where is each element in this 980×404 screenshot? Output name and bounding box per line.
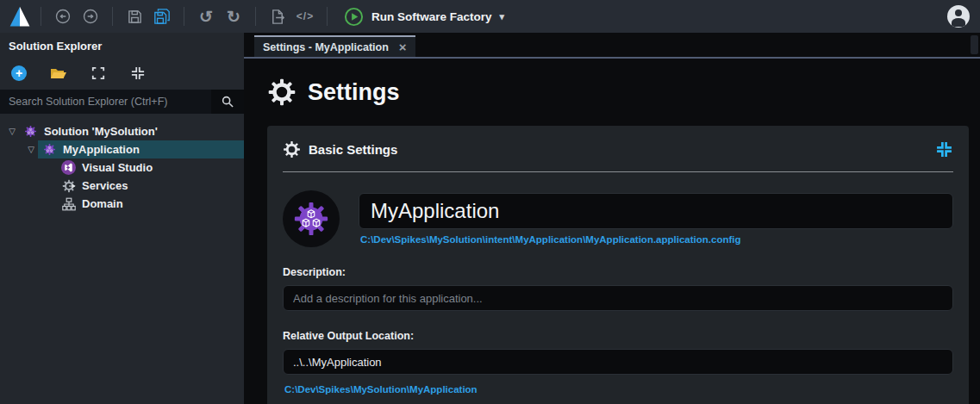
save-icon bbox=[127, 9, 143, 25]
tree-item-label: Visual Studio bbox=[82, 161, 153, 174]
top-toolbar: ↺ ↻ </> Run Software Factory ▾ bbox=[0, 0, 980, 33]
output-location-input[interactable] bbox=[283, 349, 953, 375]
tree-expander-icon[interactable]: ▽ bbox=[24, 145, 38, 154]
export-button[interactable] bbox=[264, 3, 291, 29]
collapse-all-button[interactable] bbox=[129, 65, 147, 82]
visual-studio-icon bbox=[61, 160, 76, 175]
expand-all-button[interactable] bbox=[90, 65, 107, 82]
description-label: Description: bbox=[283, 266, 953, 278]
description-input[interactable] bbox=[283, 285, 953, 311]
domain-hierarchy-icon bbox=[61, 196, 76, 211]
intent-architect-logo-icon bbox=[7, 3, 33, 29]
settings-gear-icon bbox=[267, 78, 296, 107]
toolbar-separator bbox=[327, 7, 328, 26]
tree-item-label: Domain bbox=[82, 197, 123, 210]
toolbar-separator bbox=[184, 7, 184, 26]
add-button[interactable]: + bbox=[10, 65, 28, 82]
expand-icon bbox=[91, 66, 105, 80]
close-icon[interactable]: × bbox=[399, 40, 407, 53]
save-all-button[interactable] bbox=[148, 3, 176, 29]
back-arrow-icon bbox=[54, 7, 72, 26]
tab-label: Settings - MyApplication bbox=[263, 41, 389, 53]
collapse-section-button[interactable] bbox=[934, 140, 953, 158]
vertical-scrollbar[interactable] bbox=[969, 33, 980, 404]
search-button[interactable] bbox=[211, 90, 244, 114]
run-software-factory-button[interactable]: Run Software Factory ▾ bbox=[339, 6, 509, 28]
chevron-down-icon: ▾ bbox=[500, 11, 505, 22]
toolbar-separator bbox=[112, 7, 113, 26]
search-icon bbox=[221, 95, 234, 109]
scrollbar-thumb[interactable] bbox=[971, 35, 978, 54]
redo-button[interactable]: ↻ bbox=[220, 3, 247, 29]
solution-icon bbox=[23, 124, 38, 139]
tree-item-label: Solution 'MySolution' bbox=[44, 125, 158, 138]
tree-item-services[interactable]: Services bbox=[0, 177, 244, 195]
save-button[interactable] bbox=[121, 3, 148, 29]
back-button[interactable] bbox=[49, 3, 77, 29]
main-panel: Settings - MyApplication × Settings Basi… bbox=[244, 33, 980, 404]
basic-settings-gear-icon bbox=[283, 140, 301, 158]
forward-button[interactable] bbox=[77, 3, 104, 29]
collapse-section-icon bbox=[936, 141, 952, 158]
tree-item-domain[interactable]: Domain bbox=[0, 195, 244, 213]
code-view-button[interactable]: </> bbox=[291, 3, 319, 29]
services-gear-icon bbox=[61, 178, 76, 193]
section-divider bbox=[283, 171, 953, 172]
user-icon bbox=[955, 9, 962, 16]
search-bar bbox=[0, 90, 244, 114]
config-path-link[interactable]: C:\Dev\Spikes\MySolution\intent\MyApplic… bbox=[360, 234, 741, 245]
solution-tree: ▽ Solution 'MySolution' ▽ MyApplication bbox=[0, 114, 244, 213]
tree-item-label: Services bbox=[82, 179, 128, 192]
tree-expander-icon[interactable]: ▽ bbox=[5, 127, 19, 136]
toolbar-separator bbox=[255, 7, 256, 26]
folder-open-icon bbox=[50, 66, 67, 80]
play-icon bbox=[344, 7, 364, 27]
tab-settings-myapplication[interactable]: Settings - MyApplication × bbox=[254, 35, 415, 57]
page-title: Settings bbox=[308, 79, 400, 106]
plus-icon: + bbox=[11, 65, 27, 81]
search-input[interactable] bbox=[0, 90, 211, 114]
basic-settings-card: Basic Settings C:\Dev\Spikes\MySolution\… bbox=[267, 126, 969, 404]
undo-icon: ↺ bbox=[199, 9, 213, 25]
open-folder-button[interactable] bbox=[50, 65, 67, 82]
toolbar-separator bbox=[41, 7, 41, 26]
solution-explorer-panel: Solution Explorer + ▽ bbox=[0, 33, 244, 404]
application-name-input[interactable] bbox=[359, 193, 953, 229]
run-button-label: Run Software Factory bbox=[371, 10, 492, 23]
tree-item-myapplication[interactable]: ▽ MyApplication bbox=[0, 140, 244, 158]
tree-item-solution[interactable]: ▽ Solution 'MySolution' bbox=[0, 122, 244, 140]
section-title: Basic Settings bbox=[309, 142, 397, 157]
solution-explorer-title: Solution Explorer bbox=[0, 33, 244, 58]
output-location-label: Relative Output Location: bbox=[283, 330, 953, 342]
export-file-icon bbox=[270, 9, 286, 25]
collapse-icon bbox=[131, 66, 145, 80]
output-path-link[interactable]: C:\Dev\Spikes\MySolution\MyApplication bbox=[284, 384, 478, 395]
tree-item-visual-studio[interactable]: Visual Studio bbox=[0, 158, 244, 177]
code-icon: </> bbox=[296, 10, 314, 22]
save-all-icon bbox=[153, 8, 171, 25]
undo-button[interactable]: ↺ bbox=[192, 3, 220, 29]
tab-bar: Settings - MyApplication × bbox=[244, 33, 980, 59]
tree-item-label: MyApplication bbox=[63, 143, 140, 156]
forward-arrow-icon bbox=[82, 7, 99, 26]
application-icon bbox=[42, 142, 57, 157]
solution-explorer-toolbar: + bbox=[0, 58, 244, 90]
application-cubes-icon bbox=[290, 197, 333, 240]
redo-icon: ↻ bbox=[227, 9, 240, 25]
settings-page: Settings Basic Settings bbox=[244, 59, 980, 404]
user-account-button[interactable] bbox=[947, 5, 970, 28]
application-avatar[interactable] bbox=[283, 190, 340, 247]
